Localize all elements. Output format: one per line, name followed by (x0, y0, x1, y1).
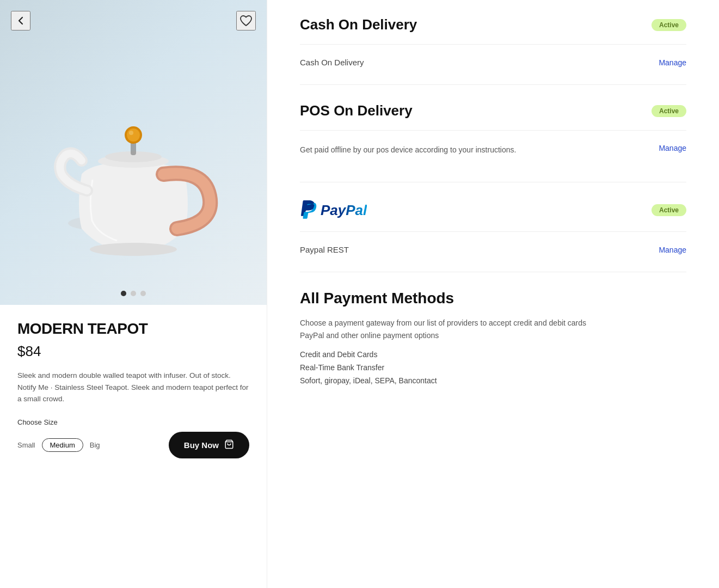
divider-1 (300, 44, 686, 45)
pos-on-delivery-description: Get paid offline by our pos device accor… (300, 144, 516, 156)
left-panel: MODERN TEAPOT $84 Sleek and modern doubl… (0, 0, 267, 588)
feature-credit-cards: Credit and Debit Cards (300, 350, 686, 359)
paypal-manage[interactable]: Manage (659, 246, 686, 254)
pos-on-delivery-section: POS On Delivery Active Get paid offline … (300, 102, 686, 182)
dot-2[interactable] (131, 291, 136, 296)
paypal-sublabel: Paypal REST (300, 245, 349, 254)
paypal-row: Paypal REST Manage (300, 245, 686, 254)
all-payment-methods-description: Choose a payment gateway from our list o… (300, 317, 605, 341)
carousel-dots (121, 291, 146, 296)
pos-on-delivery-row: Get paid offline by our pos device accor… (300, 144, 686, 164)
all-payment-methods-section: All Payment Methods Choose a payment gat… (300, 290, 686, 407)
product-info: MODERN TEAPOT $84 Sleek and modern doubl… (0, 305, 267, 471)
divider-3 (300, 231, 686, 232)
size-label: Choose Size (17, 418, 249, 426)
pos-on-delivery-badge: Active (652, 105, 686, 117)
teapot-image (46, 54, 220, 283)
product-image-container (0, 0, 267, 305)
cart-icon (224, 439, 234, 451)
right-panel: Cash On Delivery Active Cash On Delivery… (267, 0, 719, 588)
feature-sofort: Sofort, giropay, iDeal, SEPA, Bancontact (300, 376, 686, 385)
paypal-badge: Active (652, 204, 686, 216)
cash-on-delivery-section: Cash On Delivery Active Cash On Delivery… (300, 16, 686, 85)
paypal-header: PayPal Active (300, 200, 686, 220)
size-buy-row: Small Medium Big Buy Now (17, 432, 249, 458)
pos-on-delivery-title: POS On Delivery (300, 102, 413, 119)
pos-on-delivery-header: POS On Delivery Active (300, 102, 686, 119)
pos-on-delivery-manage[interactable]: Manage (659, 144, 686, 152)
paypal-icon (300, 200, 317, 220)
product-price: $84 (17, 343, 249, 360)
size-big[interactable]: Big (90, 439, 100, 451)
cash-on-delivery-title: Cash On Delivery (300, 16, 417, 33)
back-button[interactable] (11, 11, 30, 30)
dot-1[interactable] (121, 291, 126, 296)
dot-3[interactable] (140, 291, 146, 296)
size-medium[interactable]: Medium (42, 438, 83, 452)
cash-on-delivery-manage[interactable]: Manage (659, 58, 686, 67)
size-section: Choose Size Small Medium Big Buy Now (17, 418, 249, 458)
product-name: MODERN TEAPOT (17, 320, 249, 338)
product-description: Sleek and modern double walled teapot wi… (17, 370, 249, 405)
divider-2 (300, 130, 686, 131)
svg-point-1 (90, 243, 177, 256)
buy-now-label: Buy Now (184, 440, 219, 450)
buy-now-button[interactable]: Buy Now (169, 432, 249, 458)
paypal-section: PayPal Active Paypal REST Manage (300, 200, 686, 272)
heart-button[interactable] (236, 11, 256, 30)
cash-on-delivery-sublabel: Cash On Delivery (300, 58, 364, 67)
cash-on-delivery-row: Cash On Delivery Manage (300, 58, 686, 67)
paypal-text-logo: PayPal (321, 202, 367, 219)
all-payment-methods-title: All Payment Methods (300, 290, 686, 307)
svg-point-7 (129, 131, 133, 135)
cash-on-delivery-badge: Active (652, 19, 686, 31)
size-options: Small Medium Big (17, 438, 100, 452)
feature-bank-transfer: Real-Time Bank Transfer (300, 363, 686, 372)
svg-point-6 (127, 128, 140, 142)
cash-on-delivery-header: Cash On Delivery Active (300, 16, 686, 33)
paypal-logo: PayPal (300, 200, 367, 220)
size-small[interactable]: Small (17, 439, 35, 451)
